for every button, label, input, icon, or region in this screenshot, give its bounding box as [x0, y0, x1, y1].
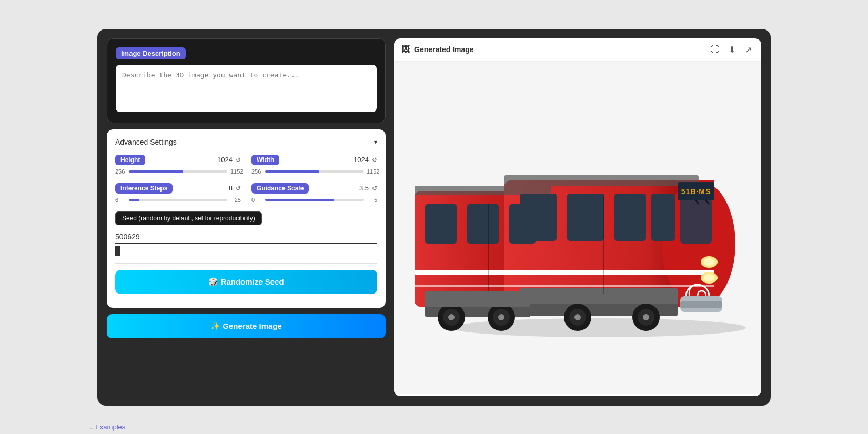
guidance-scale-slider-max: 5: [367, 197, 377, 203]
height-slider[interactable]: [129, 170, 227, 173]
seed-cursor: [115, 246, 120, 256]
share-button[interactable]: ↗: [743, 44, 754, 56]
description-textarea[interactable]: [116, 65, 377, 112]
guidance-scale-label: Guidance Scale: [251, 183, 309, 194]
svg-rect-16: [614, 194, 646, 241]
svg-point-26: [704, 274, 714, 281]
image-icon: 🖼: [401, 45, 410, 54]
svg-rect-44: [425, 291, 530, 307]
seed-section: Seed (random by default, set for reprodu…: [115, 211, 377, 256]
divider: [115, 263, 377, 264]
header-actions: ⛶ ⬇ ↗: [709, 44, 754, 56]
inference-steps-slider[interactable]: [129, 199, 227, 201]
width-header: Width 1024 ↺: [251, 155, 377, 165]
inference-steps-value: 8: [229, 184, 233, 192]
svg-rect-11: [425, 204, 457, 244]
generate-image-button[interactable]: ✨ Generate Image: [107, 314, 386, 338]
seed-input[interactable]: [115, 230, 377, 244]
svg-rect-12: [467, 204, 499, 244]
guidance-scale-slider[interactable]: [265, 199, 364, 201]
examples-bar[interactable]: ≡ Examples: [0, 420, 868, 434]
guidance-scale-setting: Guidance Scale 3.5 ↺ 0 5: [251, 183, 377, 203]
inference-steps-label: Inference Steps: [115, 183, 173, 194]
height-reset-icon[interactable]: ↺: [236, 156, 241, 164]
guidance-scale-slider-container: 0 5: [251, 197, 377, 203]
guidance-scale-value: 3.5: [359, 184, 369, 192]
inference-steps-value-container: 8 ↺: [229, 184, 241, 192]
height-value-container: 1024 ↺: [217, 156, 241, 164]
svg-rect-14: [520, 194, 557, 241]
description-label: Image Description: [116, 47, 186, 59]
height-slider-container: 256 1152: [115, 168, 241, 175]
seed-label: Seed (random by default, set for reprodu…: [115, 211, 262, 225]
svg-rect-10: [415, 285, 714, 287]
svg-point-37: [498, 314, 504, 320]
advanced-settings-panel: Advanced Settings ▾ Height 1024 ↺ 256: [107, 129, 386, 308]
main-container: Image Description Advanced Settings ▾ He…: [97, 29, 771, 406]
width-slider-max: 1152: [367, 168, 377, 175]
inference-steps-setting: Inference Steps 8 ↺ 6 25: [115, 183, 241, 203]
svg-point-43: [643, 314, 649, 320]
height-setting: Height 1024 ↺ 256 1152: [115, 155, 241, 175]
height-value: 1024: [217, 156, 233, 164]
width-slider[interactable]: [265, 170, 364, 173]
height-header: Height 1024 ↺: [115, 155, 241, 165]
svg-rect-9: [415, 270, 714, 275]
guidance-scale-header: Guidance Scale 3.5 ↺: [251, 183, 377, 194]
generated-image-header: 🖼 Generated Image ⛶ ⬇ ↗: [394, 38, 761, 62]
svg-rect-17: [651, 194, 675, 241]
generated-image-title: 🖼 Generated Image: [401, 45, 474, 54]
inference-steps-slider-max: 25: [230, 197, 241, 203]
svg-rect-29: [680, 301, 722, 308]
download-button[interactable]: ⬇: [726, 44, 738, 56]
width-slider-min: 256: [251, 168, 262, 175]
expand-button[interactable]: ⛶: [709, 44, 721, 56]
inference-steps-slider-container: 6 25: [115, 197, 241, 203]
height-slider-min: 256: [115, 168, 126, 175]
right-panel: 🖼 Generated Image ⛶ ⬇ ↗: [394, 38, 761, 396]
tram-illustration: 51B·MS: [399, 107, 756, 349]
generated-image-area: 51B·MS: [394, 62, 761, 394]
examples-label: ≡ Examples: [89, 423, 125, 431]
width-reset-icon[interactable]: ↺: [372, 156, 377, 164]
guidance-scale-value-container: 3.5 ↺: [359, 184, 377, 192]
generated-title-text: Generated Image: [414, 45, 474, 54]
randomize-seed-button[interactable]: 🎲 Randomize Seed: [115, 270, 377, 294]
width-setting: Width 1024 ↺ 256 1152: [251, 155, 377, 175]
description-box: Image Description: [107, 38, 386, 123]
advanced-settings-title: Advanced Settings: [115, 138, 177, 146]
width-value-container: 1024 ↺: [354, 156, 377, 164]
svg-text:51B·MS: 51B·MS: [681, 187, 711, 196]
guidance-scale-slider-min: 0: [251, 197, 262, 203]
height-label: Height: [115, 155, 145, 165]
svg-point-40: [574, 314, 581, 320]
chevron-down-icon[interactable]: ▾: [374, 138, 377, 146]
width-label: Width: [251, 155, 279, 165]
left-panel: Image Description Advanced Settings ▾ He…: [107, 38, 386, 396]
width-value: 1024: [354, 156, 369, 164]
svg-rect-7: [504, 175, 699, 186]
settings-grid: Height 1024 ↺ 256 1152 Wi: [115, 155, 377, 203]
width-slider-container: 256 1152: [251, 168, 377, 175]
guidance-scale-reset-icon[interactable]: ↺: [372, 185, 377, 192]
inference-steps-header: Inference Steps 8 ↺: [115, 183, 241, 194]
svg-rect-45: [520, 288, 678, 304]
inference-steps-reset-icon[interactable]: ↺: [236, 185, 241, 192]
svg-point-34: [448, 314, 455, 320]
inference-steps-slider-min: 6: [115, 197, 126, 203]
svg-point-24: [704, 258, 714, 266]
svg-rect-15: [567, 194, 604, 241]
height-slider-max: 1152: [230, 168, 241, 175]
advanced-settings-header: Advanced Settings ▾: [115, 138, 377, 146]
